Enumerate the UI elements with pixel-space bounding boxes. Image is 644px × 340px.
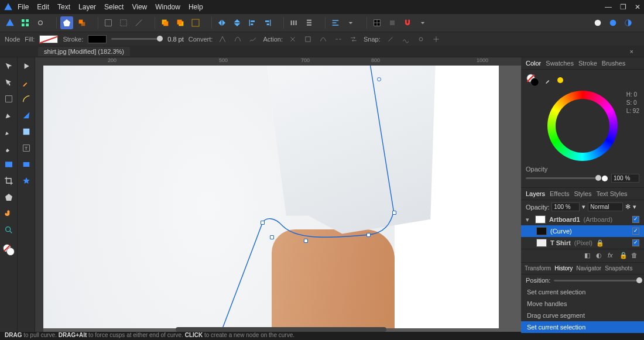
- flip-h-icon[interactable]: [215, 16, 228, 29]
- pencil-tool-icon[interactable]: [2, 125, 15, 138]
- snap-grid-icon[interactable]: [371, 16, 383, 29]
- tab-navigator[interactable]: Navigator: [576, 265, 601, 272]
- view-sphere-icon[interactable]: [607, 16, 619, 29]
- menu-select[interactable]: Select: [104, 3, 124, 11]
- tab-stroke[interactable]: Stroke: [578, 60, 597, 67]
- canvas[interactable]: [43, 66, 499, 328]
- node-handle[interactable]: [261, 221, 265, 225]
- menu-edit[interactable]: Edit: [37, 3, 49, 11]
- star-tool-icon[interactable]: [20, 174, 33, 187]
- pen-tool-icon[interactable]: [2, 109, 15, 122]
- menu-window[interactable]: Window: [155, 3, 180, 11]
- history-slider[interactable]: [554, 280, 639, 281]
- fill-stroke-swatch-icon[interactable]: [526, 73, 540, 87]
- color-wheel[interactable]: [547, 91, 618, 161]
- fill-swatch[interactable]: [39, 35, 58, 43]
- tab-text-styles[interactable]: Text Styles: [596, 190, 627, 197]
- text-frame-icon[interactable]: T: [20, 142, 33, 154]
- tab-effects[interactable]: Effects: [550, 190, 569, 197]
- action-reverse-icon[interactable]: [348, 34, 359, 44]
- menu-text[interactable]: Text: [57, 3, 70, 11]
- convert-sharp-icon[interactable]: [217, 34, 228, 44]
- artboard-tool-icon[interactable]: [2, 92, 15, 105]
- document-tab[interactable]: shirt.jpg [Modified] (182.3%): [38, 47, 130, 56]
- tab-history[interactable]: History: [554, 265, 573, 272]
- bezier-handle[interactable]: [377, 77, 381, 81]
- opacity-slider[interactable]: [526, 177, 598, 179]
- magnet-icon[interactable]: [401, 16, 414, 29]
- align-grid2-icon[interactable]: [117, 16, 130, 29]
- tab-layers[interactable]: Layers: [526, 190, 545, 197]
- link-icon[interactable]: [34, 16, 47, 29]
- chevron-down-icon[interactable]: ▾: [633, 203, 636, 211]
- align-right-icon[interactable]: [261, 16, 274, 29]
- snap-align-icon[interactable]: [431, 34, 441, 44]
- blend-mode-field[interactable]: [588, 202, 623, 211]
- window-close-button[interactable]: ✕: [635, 3, 640, 11]
- chevron-down-icon[interactable]: [416, 16, 429, 29]
- tab-transform[interactable]: Transform: [525, 265, 551, 272]
- tab-brushes[interactable]: Brushes: [602, 60, 625, 67]
- node-handle[interactable]: [270, 235, 274, 239]
- align-grid1-icon[interactable]: [102, 16, 115, 29]
- flip-v-icon[interactable]: [231, 16, 244, 29]
- snap-node-icon[interactable]: [385, 34, 396, 44]
- eyedropper-icon[interactable]: [20, 76, 33, 89]
- distribute-h-icon[interactable]: [287, 16, 300, 29]
- view-circle-icon[interactable]: [591, 16, 604, 29]
- snap-pixel-icon[interactable]: [386, 16, 399, 29]
- node-tool-icon[interactable]: [2, 76, 15, 89]
- layer-settings-icon[interactable]: ✻: [625, 203, 631, 211]
- trash-icon[interactable]: 🗑: [631, 252, 639, 260]
- hand-tool-icon[interactable]: [2, 207, 15, 220]
- stroke-swatch[interactable]: [88, 35, 107, 43]
- distribute-v-icon[interactable]: [303, 16, 316, 29]
- action-close-icon[interactable]: [303, 34, 313, 44]
- history-item[interactable]: Drag curve segment: [521, 310, 644, 321]
- horizontal-scrollbar[interactable]: [176, 327, 386, 332]
- gradient-tool-icon[interactable]: [20, 109, 33, 122]
- brush-tool-icon[interactable]: [2, 142, 15, 154]
- layer-opacity-field[interactable]: [551, 202, 580, 211]
- chevron-down-icon[interactable]: ▾: [582, 203, 585, 211]
- align-left-icon[interactable]: [246, 16, 259, 29]
- window-maximize-button[interactable]: ❐: [620, 3, 626, 11]
- rectangle-tool-icon[interactable]: [20, 158, 33, 171]
- stroke-width-slider[interactable]: [111, 38, 163, 40]
- layer-row-curve[interactable]: (Curve): [521, 225, 644, 237]
- snap-curve-icon[interactable]: [400, 34, 411, 44]
- align-grid3-icon[interactable]: [132, 16, 145, 29]
- adjust-icon[interactable]: ◐: [596, 252, 604, 260]
- move-tool-icon[interactable]: [2, 60, 15, 73]
- transparency-tool-icon[interactable]: [20, 125, 33, 138]
- lock-icon[interactable]: 🔒: [619, 252, 628, 260]
- eyedropper-icon[interactable]: [544, 76, 553, 84]
- mask-icon[interactable]: ◧: [584, 252, 592, 260]
- node-handle[interactable]: [392, 211, 396, 215]
- opacity-field[interactable]: [611, 174, 639, 183]
- lock-icon[interactable]: 🔒: [596, 239, 602, 247]
- history-item[interactable]: Set current selection: [521, 321, 644, 333]
- zoom-tool-icon[interactable]: [2, 224, 15, 236]
- fill-stroke-indicator-icon[interactable]: [2, 243, 15, 256]
- boolean-icon[interactable]: [76, 16, 88, 29]
- tab-snapshots[interactable]: Snapshots: [605, 265, 632, 272]
- menu-help[interactable]: Help: [189, 3, 203, 11]
- action-smooth-icon[interactable]: [318, 34, 328, 44]
- layer-row-tshirt[interactable]: T Shirt (Pixel) 🔒: [521, 237, 644, 249]
- history-item[interactable]: Set current selection: [521, 286, 644, 298]
- color-sample-icon[interactable]: [557, 77, 563, 83]
- grid-icon[interactable]: [19, 16, 32, 29]
- action-join-icon[interactable]: [333, 34, 344, 44]
- action-break-icon[interactable]: [287, 34, 298, 44]
- window-minimize-button[interactable]: —: [605, 3, 612, 11]
- chevron-down-icon[interactable]: [344, 16, 357, 29]
- convert-smart-icon[interactable]: [248, 34, 258, 44]
- shapes-tool-icon[interactable]: [2, 191, 15, 204]
- canvas-area[interactable]: 200 500 700 800 1000: [35, 57, 521, 332]
- arrange-group-icon[interactable]: [189, 16, 202, 29]
- layer-visible-checkbox[interactable]: [632, 228, 639, 235]
- align-panel-icon[interactable]: [329, 16, 342, 29]
- tab-color[interactable]: Color: [526, 60, 541, 67]
- menu-file[interactable]: File: [18, 3, 29, 11]
